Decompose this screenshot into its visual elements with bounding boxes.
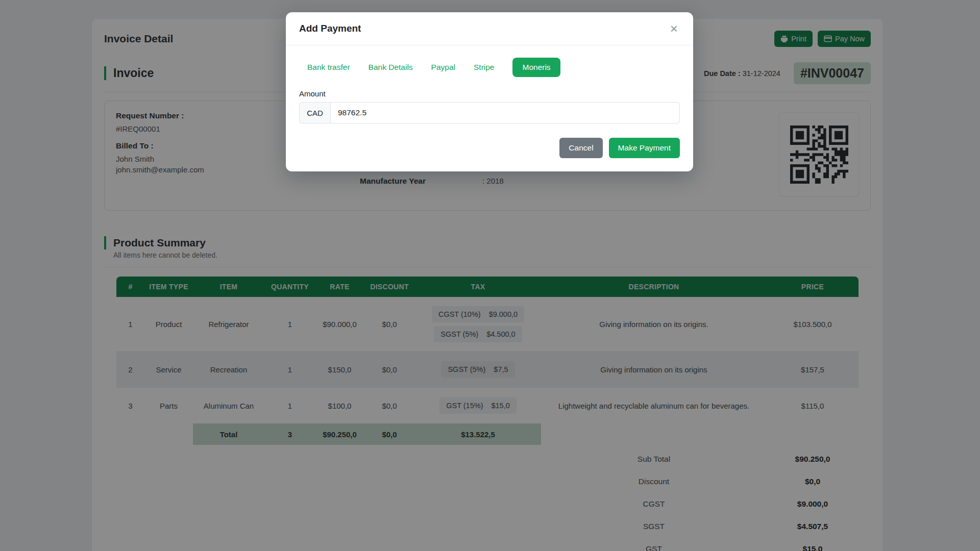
tab-moneris[interactable]: Moneris (512, 58, 560, 77)
amount-input[interactable] (331, 102, 680, 123)
modal-title: Add Payment (299, 23, 361, 34)
tab-paypal[interactable]: Paypal (431, 63, 455, 72)
modal-header: Add Payment × (286, 12, 693, 45)
currency-prefix: CAD (299, 102, 331, 123)
make-payment-button[interactable]: Make Payment (609, 138, 680, 158)
tab-bank-details[interactable]: Bank Details (369, 63, 413, 72)
close-icon[interactable]: × (668, 22, 680, 35)
cancel-button[interactable]: Cancel (559, 138, 602, 158)
amount-input-group: CAD (299, 102, 680, 123)
payment-method-tabs: Bank trasfer Bank Details Paypal Stripe … (299, 58, 680, 77)
amount-label: Amount (299, 89, 680, 98)
modal-body: Bank trasfer Bank Details Paypal Stripe … (286, 45, 693, 126)
add-payment-modal: Add Payment × Bank trasfer Bank Details … (286, 12, 693, 171)
invoice-detail-page: Invoice Detail Print Pay Now Invoice 024 (0, 0, 980, 551)
tab-stripe[interactable]: Stripe (474, 63, 495, 72)
tab-bank-transfer[interactable]: Bank trasfer (307, 63, 350, 72)
modal-footer: Cancel Make Payment (286, 126, 693, 171)
